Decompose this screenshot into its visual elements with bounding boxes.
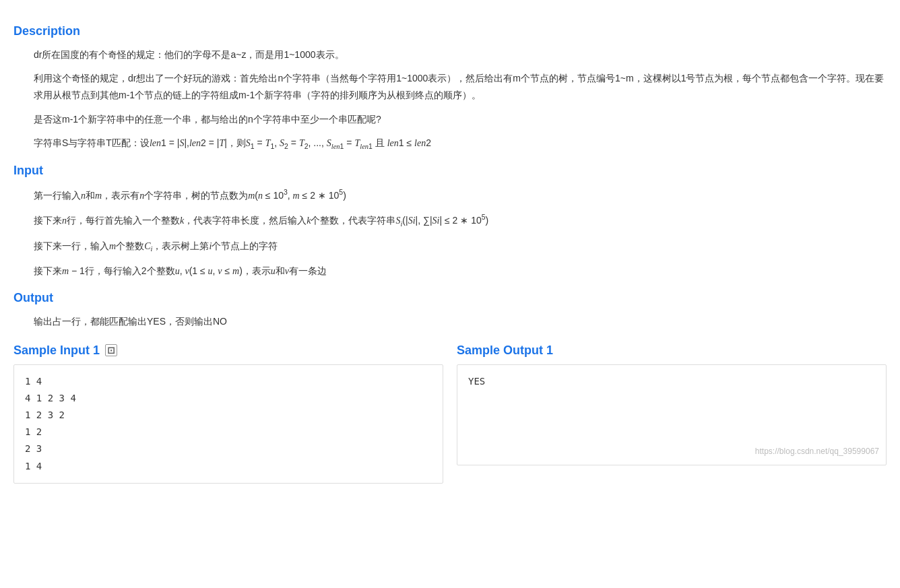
input-p2: 接下来n行，每行首先输入一个整数k，代表字符串长度，然后输入k个整数，代表字符串… xyxy=(34,211,887,230)
sample-output-box: YES https://blog.csdn.net/qq_39599067 xyxy=(457,364,887,465)
description-p2: 利用这个奇怪的规定，dr想出了一个好玩的游戏：首先给出n个字符串（当然每个字符用… xyxy=(34,70,887,104)
sample-input-line-1: 1 4 xyxy=(25,373,432,390)
description-p1: dr所在国度的有个奇怪的规定：他们的字母不是a~z，而是用1~1000表示。 xyxy=(34,46,887,63)
input-p1: 第一行输入n和m，表示有n个字符串，树的节点数为m(n ≤ 103, m ≤ 2… xyxy=(34,186,887,204)
copy-button[interactable]: ⊡ xyxy=(105,344,117,356)
sample-output-label: Sample Output 1 xyxy=(457,344,553,358)
input-title: Input xyxy=(13,164,887,178)
sample-input-line-3: 1 2 3 2 xyxy=(25,407,432,424)
description-title: Description xyxy=(13,24,887,38)
input-p3: 接下来一行，输入m个整数Ci，表示树上第i个节点上的字符 xyxy=(34,238,887,257)
sample-input-box: 1 4 4 1 2 3 4 1 2 3 2 1 2 2 3 1 4 xyxy=(13,364,443,484)
sample-output-content: YES xyxy=(468,373,875,390)
output-section: Output 输出占一行，都能匹配输出YES，否则输出NO xyxy=(13,291,887,330)
output-title: Output xyxy=(13,291,887,305)
description-section: Description dr所在国度的有个奇怪的规定：他们的字母不是a~z，而是… xyxy=(13,24,887,153)
sample-input-title: Sample Input 1 ⊡ xyxy=(13,344,443,358)
description-p3: 是否这m-1个新字符串中的任意一个串，都与给出的n个字符串中至少一个串匹配呢? xyxy=(34,111,887,128)
sample-input-line-4: 1 2 xyxy=(25,424,432,440)
output-p1: 输出占一行，都能匹配输出YES，否则输出NO xyxy=(34,313,887,330)
watermark: https://blog.csdn.net/qq_39599067 xyxy=(755,445,879,459)
input-section: Input 第一行输入n和m，表示有n个字符串，树的节点数为m(n ≤ 103,… xyxy=(13,164,887,280)
sample-output-block: Sample Output 1 YES https://blog.csdn.ne… xyxy=(457,344,887,484)
sample-input-line-5: 2 3 xyxy=(25,440,432,457)
input-p4: 接下来m − 1行，每行输入2个整数u, v(1 ≤ u, v ≤ m)，表示u… xyxy=(34,263,887,280)
sample-input-line-2: 4 1 2 3 4 xyxy=(25,390,432,407)
description-formula: 字符串S与字符串T匹配：设len1 = |S|,len2 = |T|，则S1 =… xyxy=(34,135,887,154)
sample-input-block: Sample Input 1 ⊡ 1 4 4 1 2 3 4 1 2 3 2 1… xyxy=(13,344,443,484)
sample-output-title: Sample Output 1 xyxy=(457,344,887,358)
sample-section: Sample Input 1 ⊡ 1 4 4 1 2 3 4 1 2 3 2 1… xyxy=(13,344,887,484)
sample-input-label: Sample Input 1 xyxy=(13,344,100,358)
sample-input-line-6: 1 4 xyxy=(25,458,432,475)
